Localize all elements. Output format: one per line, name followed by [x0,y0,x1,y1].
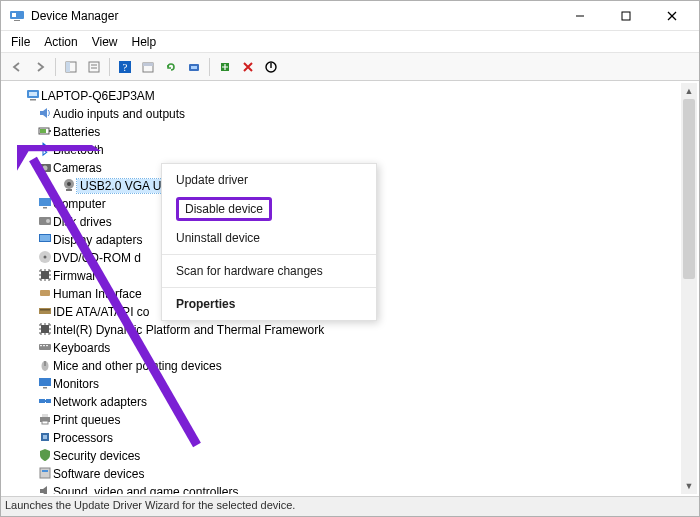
svg-rect-40 [40,290,50,296]
menubar: File Action View Help [1,31,699,53]
menu-action[interactable]: Action [44,35,77,49]
tree-category[interactable]: Network adapters [3,393,697,411]
svg-rect-61 [42,470,48,472]
svg-rect-21 [29,92,37,96]
scan-hardware-button[interactable] [184,57,204,77]
tree-category-label: Intel(R) Dynamic Platform and Thermal Fr… [53,323,324,337]
vertical-scrollbar[interactable]: ▲ ▼ [681,83,697,494]
scroll-down-icon[interactable]: ▼ [681,478,697,494]
refresh-icon-button[interactable] [161,57,181,77]
scroll-up-icon[interactable]: ▲ [681,83,697,99]
menu-help[interactable]: Help [132,35,157,49]
tree-category-label: Audio inputs and outputs [53,107,185,121]
context-menu: Update driverDisable deviceUninstall dev… [161,163,377,321]
menu-view[interactable]: View [92,35,118,49]
svg-rect-30 [66,189,72,191]
forward-button[interactable] [30,57,50,77]
uninstall-device-button[interactable] [238,57,258,77]
svg-rect-43 [41,325,49,333]
tree-category-label: Software devices [53,467,144,481]
scrollbar-thumb[interactable] [683,99,695,279]
chip-icon [37,321,53,340]
svg-rect-44 [39,344,51,350]
menu-file[interactable]: File [11,35,30,49]
svg-rect-41 [39,308,51,314]
svg-rect-56 [42,414,48,417]
update-driver-button[interactable] [215,57,235,77]
svg-rect-59 [43,435,47,439]
tree-root[interactable]: LAPTOP-Q6EJP3AM [3,87,697,105]
tree-category[interactable]: Security devices [3,447,697,465]
tree-category-label: Bluetooth [53,143,104,157]
monitor2-icon [37,375,53,394]
cdrom-icon [37,249,53,268]
minimize-button[interactable] [557,2,603,30]
software-icon [37,465,53,484]
display-icon [37,231,53,250]
menu-item-uninstall-device[interactable]: Uninstall device [162,226,376,250]
window-title: Device Manager [31,9,118,23]
svg-rect-46 [43,345,45,346]
tree-category[interactable]: Sound, video and game controllers [3,483,697,494]
sound-icon [37,483,53,495]
network-icon [37,393,53,412]
tree-category[interactable]: Audio inputs and outputs [3,105,697,123]
computer-icon [25,87,41,106]
menu-item-scan-for-hardware-changes[interactable]: Scan for hardware changes [162,259,376,283]
tree-category-label: Display adapters [53,233,142,247]
disable-device-button[interactable] [261,57,281,77]
svg-rect-51 [43,387,47,389]
titlebar: Device Manager [1,1,699,31]
tree-category[interactable]: Bluetooth [3,141,697,159]
tree-category[interactable]: Intel(R) Dynamic Platform and Thermal Fr… [3,321,697,339]
svg-rect-57 [42,421,48,424]
svg-rect-9 [89,62,99,72]
svg-text:?: ? [123,61,128,73]
tree-category[interactable]: Software devices [3,465,697,483]
menu-item-disable-device[interactable]: Disable device [162,192,376,226]
menu-item-update-driver[interactable]: Update driver [162,168,376,192]
tree-category[interactable]: Processors [3,429,697,447]
svg-rect-31 [39,198,51,206]
tree-category-label: IDE ATA/ATAPI co [53,305,149,319]
properties-button[interactable] [84,57,104,77]
menu-separator [162,287,376,288]
svg-rect-1 [12,13,16,17]
tree-category-label: Print queues [53,413,120,427]
webcam-icon [61,177,77,196]
tree-category[interactable]: Mice and other pointing devices [3,357,697,375]
tree-category[interactable]: Batteries [3,123,697,141]
tree-category-label: Computer [53,197,106,211]
show-hide-tree-button[interactable] [61,57,81,77]
tree-category-label: Network adapters [53,395,147,409]
tree-category-label: Firmware [53,269,103,283]
statusbar: Launches the Update Driver Wizard for th… [1,496,699,516]
maximize-button[interactable] [603,2,649,30]
tree-category[interactable]: Monitors [3,375,697,393]
tree-category-label: Human Interface [53,287,142,301]
svg-rect-39 [41,271,49,279]
svg-rect-47 [46,345,48,346]
printer-icon [37,411,53,430]
close-button[interactable] [649,2,695,30]
menu-item-properties[interactable]: Properties [162,292,376,316]
tree-category-label: Sound, video and game controllers [53,485,238,494]
tree-category[interactable]: Keyboards [3,339,697,357]
svg-rect-15 [143,63,153,66]
help-button[interactable]: ? [115,57,135,77]
calendar-icon-button[interactable] [138,57,158,77]
app-icon [9,8,25,24]
tree-category-label: Mice and other pointing devices [53,359,222,373]
tree-category-label: Disk drives [53,215,112,229]
tree-category-label: Cameras [53,161,102,175]
svg-point-27 [43,165,48,170]
tree-category[interactable]: Print queues [3,411,697,429]
tree-category-label: Batteries [53,125,100,139]
tree-category-label: Security devices [53,449,140,463]
svg-rect-53 [46,399,51,403]
svg-rect-36 [40,235,50,241]
hid-icon [37,285,53,304]
svg-rect-22 [30,99,36,101]
disk-icon [37,213,53,232]
back-button[interactable] [7,57,27,77]
